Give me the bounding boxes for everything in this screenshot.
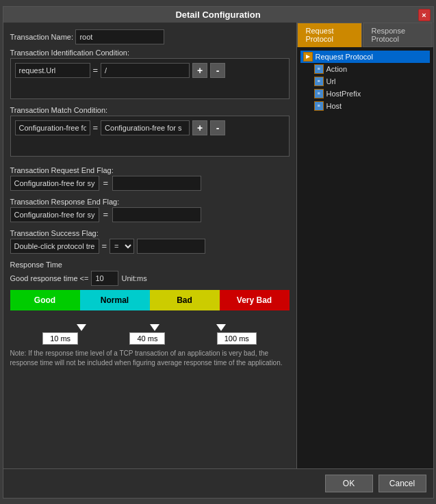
success-flag-row: = = != [10,239,290,254]
identification-condition-section: Transaction Identification Condition: = … [10,49,290,102]
request-end-flag-label: Transaction Request End Flag: [10,166,290,174]
identification-condition-row: = + - [15,63,285,78]
match-equals-sign: = [93,122,99,133]
right-panel: Request Protocol Response Protocol ▶ Req… [296,23,433,468]
response-end-flag-equals: = [103,209,109,220]
threshold1-value: 10 ms [50,334,70,343]
response-end-flag-label: Transaction Response End Flag: [10,198,290,206]
match-condition-left-input[interactable] [15,120,90,135]
tab-response-protocol[interactable]: Response Protocol [363,23,433,47]
title-bar: Detail Configuration × [3,7,433,23]
good-response-row: Good response time <= Unit:ms [10,271,290,286]
identification-condition-box: = + - [10,58,290,99]
close-button[interactable]: × [418,9,431,21]
tree-item-host[interactable]: ≡ Host [311,100,430,112]
match-plus-button[interactable]: + [192,120,207,135]
success-flag-input[interactable] [10,239,99,254]
tab-request-protocol[interactable]: Request Protocol [297,23,362,47]
threshold3-box: 100 ms [217,332,257,345]
tree-leaf-icon-hostprefix: ≡ [314,89,324,98]
success-flag-label: Transaction Success Flag: [10,229,290,237]
tree-host-label: Host [326,102,342,110]
dialog-title: Detail Configuration [175,10,260,20]
id-equals-sign: = [93,65,99,75]
dialog-footer: OK Cancel [3,468,433,498]
success-flag-section: Transaction Success Flag: = = != [10,226,290,254]
request-end-flag-section: Transaction Request End Flag: = [10,163,290,191]
threshold1-box: 10 ms [42,332,78,345]
tree-item-url[interactable]: ≡ Url [311,75,430,88]
bar-good-label: Good [34,295,55,305]
response-end-flag-row: = [10,207,290,222]
match-minus-button[interactable]: - [210,120,225,135]
id-minus-button[interactable]: - [210,63,225,78]
transaction-name-section: Transaction Name: [10,29,290,44]
tree-root-item[interactable]: ▶ Request Protocol [300,51,430,63]
request-end-flag-input[interactable] [10,176,99,191]
tree-panel: ▶ Request Protocol ≡ Action ≡ Url ≡ Host… [297,47,433,468]
tree-leaf-icon-host: ≡ [314,101,324,111]
threshold1-arrow [77,324,86,331]
response-time-label: Response Time [10,261,290,269]
match-condition-row: = + - [15,120,285,135]
response-end-flag-right-input[interactable] [112,207,201,222]
threshold3-arrow [216,324,226,331]
match-condition-section: Transaction Match Condition: = + - [10,106,290,159]
tab-response-label: Response Protocol [372,27,406,43]
tree-folder-icon: ▶ [303,52,313,62]
ok-button[interactable]: OK [325,475,373,492]
tree-leaf-icon-url: ≡ [314,77,324,86]
response-end-flag-section: Transaction Response End Flag: = [10,195,290,222]
threshold2-box: 40 ms [129,332,165,345]
threshold2-arrow [150,324,159,331]
id-condition-left-input[interactable] [15,63,90,78]
note-text: Note: If the response time level of a TC… [10,349,290,368]
match-condition-box: = + - [10,116,290,157]
color-bar-good: Good [10,290,80,310]
tree-hostprefix-label: HostPrefix [326,90,361,98]
match-condition-right-input[interactable] [101,120,190,135]
request-end-flag-right-input[interactable] [112,176,201,191]
good-response-label: Good response time <= [10,274,89,282]
transaction-name-label: Transaction Name: [10,33,74,41]
detail-configuration-dialog: Detail Configuration × Transaction Name:… [3,6,434,499]
request-end-flag-equals: = [103,178,109,188]
color-bar-container: Good Normal Bad Very Bad [10,290,290,310]
tree-root-label: Request Protocol [316,53,373,61]
threshold2-value: 40 ms [137,334,157,343]
color-bars-wrapper: Good Normal Bad Very Bad [10,290,290,345]
request-end-flag-row: = [10,176,290,191]
good-response-input[interactable] [91,271,118,286]
tree-item-action[interactable]: ≡ Action [311,63,430,75]
success-flag-equals: = [102,241,107,251]
tab-bar: Request Protocol Response Protocol [297,23,433,47]
bar-verybad-label: Very Bad [237,295,272,305]
success-flag-operator-select[interactable]: = != [110,239,134,254]
id-plus-button[interactable]: + [192,63,207,78]
tree-url-label: Url [326,77,336,85]
tree-item-hostprefix[interactable]: ≡ HostPrefix [311,88,430,100]
color-bar-bad: Bad [150,290,220,310]
transaction-name-input[interactable] [75,29,164,44]
cancel-button[interactable]: Cancel [379,475,426,492]
response-time-section: Response Time Good response time <= Unit… [10,261,290,368]
bar-bad-label: Bad [177,295,192,305]
color-bar-normal: Normal [80,290,150,310]
tab-request-label: Request Protocol [306,27,334,43]
success-flag-right-input[interactable] [137,239,205,254]
bar-normal-label: Normal [101,295,129,305]
good-response-unit: Unit:ms [121,274,146,282]
response-end-flag-input[interactable] [10,207,99,222]
match-condition-label: Transaction Match Condition: [10,106,290,114]
identification-condition-label: Transaction Identification Condition: [10,49,290,57]
left-panel: Transaction Name: Transaction Identifica… [3,23,296,468]
id-condition-right-input[interactable] [101,63,190,78]
color-bar-verybad: Very Bad [220,290,290,310]
tree-leaf-icon-action: ≡ [314,64,324,74]
tree-action-label: Action [326,65,348,73]
threshold3-value: 100 ms [225,334,249,343]
